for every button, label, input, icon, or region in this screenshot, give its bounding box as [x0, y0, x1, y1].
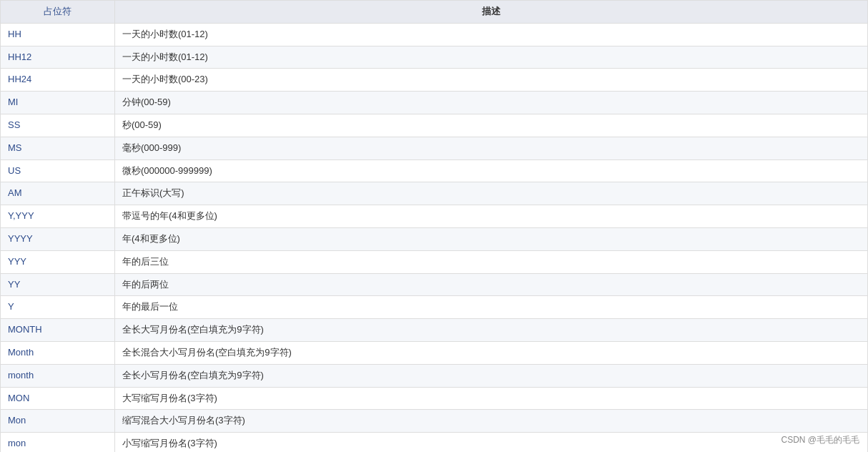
cell-placeholder: MON — [1, 387, 115, 410]
cell-desc: 正午标识(大写) — [115, 182, 868, 205]
cell-desc: 年的后三位 — [115, 250, 868, 273]
table-row: MON大写缩写月份名(3字符) — [1, 387, 868, 410]
cell-placeholder: US — [1, 159, 115, 182]
table-row: mon小写缩写月份名(3字符) — [1, 433, 868, 452]
cell-desc: 年(4和更多位) — [115, 227, 868, 250]
cell-placeholder: month — [1, 364, 115, 387]
table-row: MI分钟(00-59) — [1, 92, 868, 114]
table-row: YY年的后两位 — [1, 273, 868, 296]
cell-desc: 年的最后一位 — [115, 296, 868, 319]
table-row: Y年的最后一位 — [1, 296, 868, 319]
cell-desc: 分钟(00-59) — [115, 92, 868, 114]
cell-placeholder: AM — [1, 182, 115, 205]
cell-desc: 秒(00-59) — [115, 114, 868, 137]
watermark: CSDN @毛毛的毛毛 — [781, 434, 859, 446]
cell-placeholder: Month — [1, 341, 115, 364]
header-desc: 描述 — [115, 1, 868, 24]
table-row: Y,YYY带逗号的年(4和更多位) — [1, 205, 868, 228]
cell-placeholder: HH12 — [1, 46, 115, 69]
cell-desc: 缩写混合大小写月份名(3字符) — [115, 410, 868, 433]
cell-desc: 微秒(000000-999999) — [115, 159, 868, 182]
cell-placeholder: MI — [1, 92, 115, 114]
cell-placeholder: MS — [1, 137, 115, 159]
cell-placeholder: YYYY — [1, 227, 115, 250]
cell-desc: 一天的小时数(00-23) — [115, 69, 868, 92]
cell-desc: 一天的小时数(01-12) — [115, 46, 868, 69]
cell-desc: 年的后两位 — [115, 273, 868, 296]
cell-placeholder: Y,YYY — [1, 205, 115, 228]
cell-placeholder: Mon — [1, 410, 115, 433]
table-row: Mon缩写混合大小写月份名(3字符) — [1, 410, 868, 433]
table-row: MS毫秒(000-999) — [1, 137, 868, 159]
cell-placeholder: YYY — [1, 250, 115, 273]
cell-desc: 全长大写月份名(空白填充为9字符) — [115, 319, 868, 342]
cell-desc: 小写缩写月份名(3字符) — [115, 433, 868, 452]
table-row: HH一天的小时数(01-12) — [1, 23, 868, 46]
cell-placeholder: MONTH — [1, 319, 115, 342]
placeholder-table: 占位符 描述 HH一天的小时数(01-12)HH12一天的小时数(01-12)H… — [0, 0, 868, 452]
table-row: Month全长混合大小写月份名(空白填充为9字符) — [1, 341, 868, 364]
cell-placeholder: mon — [1, 433, 115, 452]
cell-desc: 大写缩写月份名(3字符) — [115, 387, 868, 410]
table-row: YYY年的后三位 — [1, 250, 868, 273]
table-row: SS秒(00-59) — [1, 114, 868, 137]
cell-desc: 带逗号的年(4和更多位) — [115, 205, 868, 228]
cell-placeholder: Y — [1, 296, 115, 319]
table-row: HH12一天的小时数(01-12) — [1, 46, 868, 69]
cell-desc: 一天的小时数(01-12) — [115, 23, 868, 46]
table-row: MONTH全长大写月份名(空白填充为9字符) — [1, 319, 868, 342]
cell-placeholder: HH24 — [1, 69, 115, 92]
cell-placeholder: SS — [1, 114, 115, 137]
table-row: AM正午标识(大写) — [1, 182, 868, 205]
cell-desc: 全长小写月份名(空白填充为9字符) — [115, 364, 868, 387]
table-row: US微秒(000000-999999) — [1, 159, 868, 182]
table-row: YYYY年(4和更多位) — [1, 227, 868, 250]
cell-desc: 毫秒(000-999) — [115, 137, 868, 159]
cell-placeholder: YY — [1, 273, 115, 296]
table-row: month全长小写月份名(空白填充为9字符) — [1, 364, 868, 387]
header-placeholder: 占位符 — [1, 1, 115, 24]
cell-desc: 全长混合大小写月份名(空白填充为9字符) — [115, 341, 868, 364]
cell-placeholder: HH — [1, 23, 115, 46]
table-row: HH24一天的小时数(00-23) — [1, 69, 868, 92]
